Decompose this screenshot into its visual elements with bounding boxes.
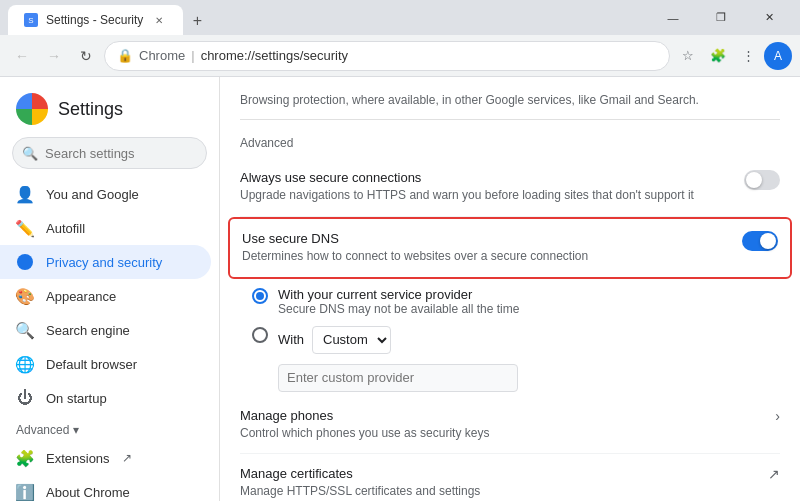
dns-option-custom: With Custom <box>252 326 780 354</box>
url-separator: | <box>191 48 194 63</box>
browser-content: Settings 🔍 👤 You and Google ✏️ Autofill … <box>0 77 800 501</box>
manage-phones-row[interactable]: Manage phones Control which phones you u… <box>240 396 780 455</box>
sidebar-item-you-and-google[interactable]: 👤 You and Google <box>0 177 211 211</box>
sidebar: Settings 🔍 👤 You and Google ✏️ Autofill … <box>0 77 220 501</box>
dns-options: With your current service provider Secur… <box>240 279 780 396</box>
manage-phones-chevron-icon: › <box>775 408 780 424</box>
tab-title: Settings - Security <box>46 13 143 27</box>
default-browser-icon: 🌐 <box>16 355 34 373</box>
tab-area: S Settings - Security ✕ + <box>8 0 646 35</box>
close-button[interactable]: ✕ <box>746 3 792 33</box>
chrome-logo <box>16 93 48 125</box>
extension-icon[interactable]: 🧩 <box>704 42 732 70</box>
restore-button[interactable]: ❐ <box>698 3 744 33</box>
sidebar-item-label: Autofill <box>46 221 85 236</box>
sidebar-item-appearance[interactable]: 🎨 Appearance <box>0 279 211 313</box>
secure-dns-toggle[interactable] <box>742 231 778 251</box>
tab-close-button[interactable]: ✕ <box>151 12 167 28</box>
url-path: chrome://settings/security <box>201 48 348 63</box>
manage-certs-title: Manage certificates <box>240 466 744 481</box>
secure-connections-toggle[interactable] <box>744 170 780 190</box>
radio-current[interactable] <box>252 288 268 304</box>
sidebar-item-default-browser[interactable]: 🌐 Default browser <box>0 347 211 381</box>
sidebar-item-search-engine[interactable]: 🔍 Search engine <box>0 313 211 347</box>
secure-connections-row: Always use secure connections Upgrade na… <box>240 158 780 217</box>
extensions-link-icon: ↗ <box>122 451 132 465</box>
secure-dns-row: Use secure DNS Determines how to connect… <box>228 217 792 279</box>
radio-with-label: With <box>278 332 304 347</box>
on-startup-icon: ⏻ <box>16 389 34 407</box>
sidebar-item-autofill[interactable]: ✏️ Autofill <box>0 211 211 245</box>
section-intro-text: Browsing protection, where available, in… <box>240 93 780 120</box>
lock-icon: 🔒 <box>117 48 133 63</box>
sidebar-search-icon: 🔍 <box>22 146 38 161</box>
address-bar[interactable]: 🔒 Chrome | chrome://settings/security <box>104 41 670 71</box>
active-tab[interactable]: S Settings - Security ✕ <box>8 5 183 35</box>
settings-page: Browsing protection, where available, in… <box>220 77 800 501</box>
advanced-section-title: Advanced <box>240 136 780 150</box>
sidebar-item-label: On startup <box>46 391 107 406</box>
sidebar-item-label: About Chrome <box>46 485 130 500</box>
toggle-knob <box>746 172 762 188</box>
secure-connections-desc: Upgrade navigations to HTTPS and warn yo… <box>240 187 728 204</box>
you-and-google-icon: 👤 <box>16 185 34 203</box>
sidebar-item-about-chrome[interactable]: ℹ️ About Chrome <box>0 475 211 501</box>
sidebar-item-privacy-and-security[interactable]: Privacy and security <box>0 245 211 279</box>
privacy-icon <box>16 253 34 271</box>
sidebar-item-label: Privacy and security <box>46 255 162 270</box>
bookmark-icon[interactable]: ☆ <box>674 42 702 70</box>
sidebar-header: Settings <box>0 85 219 137</box>
manage-certs-link-icon[interactable]: ↗ <box>768 466 780 482</box>
forward-button[interactable]: → <box>40 42 68 70</box>
appearance-icon: 🎨 <box>16 287 34 305</box>
radio-current-label: With your current service provider <box>278 287 780 302</box>
main-content: Browsing protection, where available, in… <box>220 77 800 501</box>
new-tab-button[interactable]: + <box>183 7 211 35</box>
sidebar-search-container: 🔍 <box>12 137 207 169</box>
window-controls: — ❐ ✕ <box>650 3 792 33</box>
back-button[interactable]: ← <box>8 42 36 70</box>
secure-dns-toggle-container <box>742 231 778 251</box>
sidebar-item-on-startup[interactable]: ⏻ On startup <box>0 381 211 415</box>
manage-certs-desc: Manage HTTPS/SSL certificates and settin… <box>240 483 744 500</box>
secure-connections-title: Always use secure connections <box>240 170 728 185</box>
dns-option-current: With your current service provider Secur… <box>252 287 780 316</box>
custom-provider-input[interactable] <box>278 364 518 392</box>
extensions-icon: 🧩 <box>16 449 34 467</box>
toggle-knob <box>760 233 776 249</box>
refresh-button[interactable]: ↻ <box>72 42 100 70</box>
advanced-section-label: Advanced ▾ <box>0 415 219 441</box>
sidebar-item-label: Search engine <box>46 323 130 338</box>
profile-button[interactable]: A <box>764 42 792 70</box>
manage-certs-row: Manage certificates Manage HTTPS/SSL cer… <box>240 454 780 501</box>
chrome-label: Chrome <box>139 48 185 63</box>
sidebar-title: Settings <box>58 99 123 120</box>
more-icon[interactable]: ⋮ <box>734 42 762 70</box>
secure-dns-title: Use secure DNS <box>242 231 726 246</box>
sidebar-ext-label: Extensions <box>46 451 110 466</box>
sidebar-item-extensions[interactable]: 🧩 Extensions ↗ <box>0 441 211 475</box>
tab-favicon: S <box>24 13 38 27</box>
title-bar: S Settings - Security ✕ + — ❐ ✕ <box>0 0 800 35</box>
toolbar-icons: ☆ 🧩 ⋮ A <box>674 42 792 70</box>
manage-phones-title: Manage phones <box>240 408 759 423</box>
sidebar-search-input[interactable] <box>12 137 207 169</box>
sidebar-item-label: Default browser <box>46 357 137 372</box>
radio-custom[interactable] <box>252 327 268 343</box>
secure-connections-toggle-container <box>744 170 780 190</box>
secure-dns-desc: Determines how to connect to websites ov… <box>242 248 726 265</box>
manage-phones-desc: Control which phones you use as security… <box>240 425 759 442</box>
search-engine-icon: 🔍 <box>16 321 34 339</box>
browser-toolbar: ← → ↻ 🔒 Chrome | chrome://settings/secur… <box>0 35 800 77</box>
about-chrome-icon: ℹ️ <box>16 483 34 501</box>
radio-current-sub: Secure DNS may not be available all the … <box>278 302 780 316</box>
dns-provider-select[interactable]: Custom <box>312 326 391 354</box>
minimize-button[interactable]: — <box>650 3 696 33</box>
autofill-icon: ✏️ <box>16 219 34 237</box>
sidebar-item-label: Appearance <box>46 289 116 304</box>
svg-point-0 <box>17 254 33 270</box>
sidebar-item-label: You and Google <box>46 187 139 202</box>
